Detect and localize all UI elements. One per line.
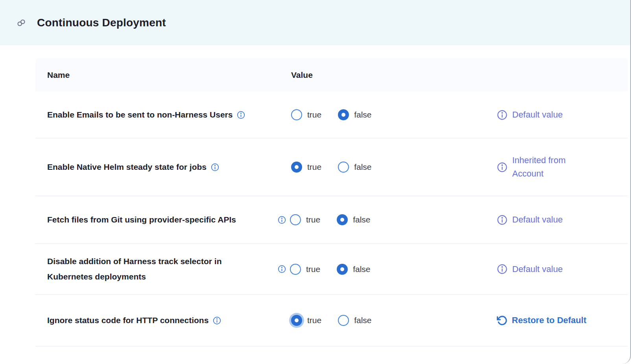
info-icon[interactable] bbox=[210, 163, 220, 172]
radio-option-false[interactable]: false bbox=[337, 214, 370, 225]
radio-false-label[interactable]: false bbox=[354, 316, 371, 325]
info-icon[interactable] bbox=[212, 316, 221, 325]
section-title: Continuous Deployment bbox=[37, 17, 166, 29]
radio-true[interactable] bbox=[290, 264, 301, 275]
radio-true-label[interactable]: true bbox=[307, 110, 321, 119]
info-icon[interactable] bbox=[496, 263, 508, 275]
table-header-row: Name Value bbox=[35, 58, 628, 92]
restore-label[interactable]: Restore to Default bbox=[512, 315, 586, 325]
setting-value-cell: true false bbox=[275, 109, 480, 120]
radio-false[interactable] bbox=[338, 109, 349, 120]
radio-option-true[interactable]: true bbox=[290, 214, 320, 225]
status-text: Inherited from Account bbox=[512, 154, 593, 180]
setting-status-cell: Default value bbox=[480, 214, 628, 226]
setting-name-cell: Fetch files from Git using provider-spec… bbox=[47, 212, 275, 228]
status-text: Default value bbox=[512, 215, 563, 225]
setting-status-cell: Inherited from Account bbox=[480, 154, 628, 180]
setting-name: Enable Emails to be sent to non-Harness … bbox=[47, 107, 232, 123]
setting-name-cell: Enable Native Helm steady state for jobs bbox=[47, 160, 275, 175]
info-icon[interactable] bbox=[277, 265, 286, 274]
section-header: Continuous Deployment bbox=[0, 0, 630, 45]
setting-row-enable-emails: Enable Emails to be sent to non-Harness … bbox=[35, 92, 628, 138]
status-inherited-from-account: Inherited from Account bbox=[496, 154, 593, 180]
radio-true-label[interactable]: true bbox=[307, 162, 321, 172]
setting-name-cell: Ignore status code for HTTP connections bbox=[47, 313, 275, 328]
setting-row-native-helm: Enable Native Helm steady state for jobs… bbox=[35, 138, 628, 196]
radio-option-true[interactable]: true bbox=[291, 162, 321, 173]
setting-value-cell: true false bbox=[275, 315, 480, 326]
radio-false-label[interactable]: false bbox=[353, 265, 370, 274]
setting-name: Disable addition of Harness track select… bbox=[47, 254, 268, 285]
radio-true[interactable] bbox=[291, 315, 302, 326]
setting-value-cell: true false bbox=[275, 264, 480, 275]
setting-status-cell: Default value bbox=[480, 263, 628, 275]
link-icon[interactable] bbox=[17, 18, 26, 28]
setting-value-cell: true false bbox=[275, 162, 480, 173]
radio-false[interactable] bbox=[337, 264, 348, 275]
setting-row-disable-track-selector: Disable addition of Harness track select… bbox=[35, 244, 628, 295]
radio-true-label[interactable]: true bbox=[306, 265, 320, 274]
settings-panel: Continuous Deployment Name Value Enable … bbox=[0, 0, 631, 364]
radio-option-false[interactable]: false bbox=[337, 264, 370, 275]
info-icon[interactable] bbox=[496, 162, 508, 173]
column-header-value: Value bbox=[291, 70, 313, 80]
setting-row-ignore-status-code: Ignore status code for HTTP connections … bbox=[35, 295, 628, 346]
info-icon[interactable] bbox=[277, 215, 286, 224]
setting-name: Enable Native Helm steady state for jobs bbox=[47, 160, 207, 175]
radio-true[interactable] bbox=[291, 162, 302, 173]
status-text: Default value bbox=[512, 264, 563, 274]
radio-option-true[interactable]: true bbox=[290, 264, 320, 275]
radio-option-false[interactable]: false bbox=[338, 315, 371, 326]
restore-icon[interactable] bbox=[496, 315, 508, 326]
setting-status-cell: Default value bbox=[480, 109, 628, 121]
setting-name: Ignore status code for HTTP connections bbox=[47, 313, 208, 328]
radio-false-label[interactable]: false bbox=[353, 215, 370, 224]
setting-value-cell: true false bbox=[275, 214, 480, 225]
setting-status-cell: Restore to Default bbox=[480, 315, 628, 326]
setting-name-cell: Disable addition of Harness track select… bbox=[47, 254, 275, 285]
info-icon[interactable] bbox=[496, 109, 508, 121]
radio-false-label[interactable]: false bbox=[354, 110, 371, 119]
setting-name-cell: Enable Emails to be sent to non-Harness … bbox=[47, 107, 275, 123]
radio-true-label[interactable]: true bbox=[307, 316, 321, 325]
info-icon[interactable] bbox=[236, 110, 245, 119]
radio-option-true[interactable]: true bbox=[291, 315, 321, 326]
status-text: Default value bbox=[512, 110, 563, 120]
restore-to-default-button[interactable]: Restore to Default bbox=[496, 315, 586, 326]
setting-name: Fetch files from Git using provider-spec… bbox=[47, 212, 236, 228]
radio-true[interactable] bbox=[291, 109, 302, 120]
info-icon[interactable] bbox=[496, 214, 508, 226]
radio-false[interactable] bbox=[337, 214, 348, 225]
radio-false[interactable] bbox=[338, 162, 349, 173]
radio-false-label[interactable]: false bbox=[354, 162, 371, 172]
settings-table: Name Value Enable Emails to be sent to n… bbox=[35, 58, 628, 346]
setting-row-fetch-files-git: Fetch files from Git using provider-spec… bbox=[35, 196, 628, 244]
radio-true-label[interactable]: true bbox=[306, 215, 320, 224]
radio-true[interactable] bbox=[290, 214, 301, 225]
status-default-value: Default value bbox=[496, 263, 563, 275]
status-default-value: Default value bbox=[496, 214, 563, 226]
column-header-name: Name bbox=[47, 70, 275, 80]
radio-option-false[interactable]: false bbox=[338, 162, 371, 173]
radio-option-true[interactable]: true bbox=[291, 109, 321, 120]
radio-false[interactable] bbox=[338, 315, 349, 326]
status-default-value: Default value bbox=[496, 109, 563, 121]
radio-option-false[interactable]: false bbox=[338, 109, 371, 120]
